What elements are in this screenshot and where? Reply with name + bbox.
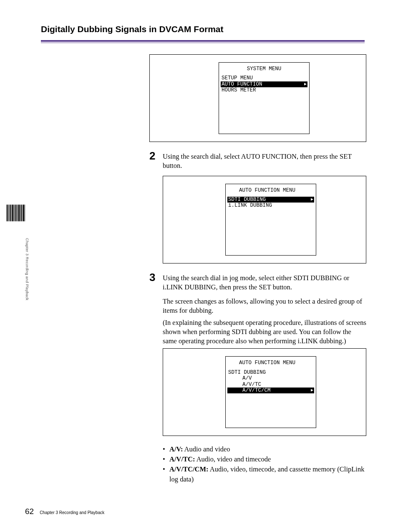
bullet-text: A/V/TC: Audio, video and timecode	[169, 454, 271, 464]
screen-frame-2: AUTO FUNCTION MENU SDTI DUBBING ▶ i.LINK…	[163, 176, 366, 263]
step-3: 3 Using the search dial in jog mode, sel…	[149, 272, 366, 292]
main-content: SYSTEM MENU SETUP MENU AUTO FUNCTION ▶ H…	[149, 54, 366, 484]
menu-title: AUTO FUNCTION MENU	[227, 187, 314, 193]
menu-item: SETUP MENU	[221, 75, 307, 81]
bullet-item: • A/V: Audio and video	[163, 444, 366, 454]
menu-item-label: SDTI DUBBING	[228, 197, 266, 203]
auto-function-menu-screen: AUTO FUNCTION MENU SDTI DUBBING ▶ i.LINK…	[225, 184, 316, 256]
bullet-text: A/V/TC/CM: Audio, video, timecode, and c…	[169, 464, 366, 484]
step-number: 3	[149, 272, 157, 283]
side-chapter-label: Chapter 3 Recording and Playback	[25, 238, 29, 300]
arrow-right-icon: ▶	[304, 82, 307, 87]
step-text: Using the search dial in jog mode, selec…	[163, 272, 366, 292]
bullet-item: • A/V/TC/CM: Audio, video, timecode, and…	[163, 464, 366, 484]
bullet-dot-icon: •	[163, 454, 167, 464]
menu-item: i.LINK DUBBING	[227, 203, 314, 208]
page-number: 62	[25, 507, 34, 516]
menu-title: SYSTEM MENU	[221, 66, 307, 72]
menu-item-selected: A/V/TC/CM ▶	[227, 388, 314, 393]
page-header: Digitally Dubbing Signals in DVCAM Forma…	[41, 24, 365, 43]
menu-item-label: AUTO FUNCTION	[222, 81, 262, 87]
menu-item-label: A/V/TC/CM	[242, 388, 271, 393]
paragraph: The screen changes as follows, allowing …	[163, 297, 366, 316]
menu-item: A/V	[227, 375, 314, 381]
arrow-right-icon: ▶	[311, 197, 313, 202]
step-number: 2	[149, 150, 157, 161]
section-title: Digitally Dubbing Signals in DVCAM Forma…	[41, 24, 365, 38]
rule-thick	[41, 40, 365, 42]
sdti-dubbing-screen: AUTO FUNCTION MENU SDTI DUBBING A/V A/V/…	[225, 356, 316, 428]
bullet-dot-icon: •	[163, 444, 167, 454]
bullet-text: A/V: Audio and video	[169, 444, 230, 454]
menu-item: A/V/TC	[227, 382, 314, 388]
side-barcode	[6, 205, 25, 221]
menu-item: HOURS METER	[221, 87, 307, 93]
menu-title: AUTO FUNCTION MENU	[227, 360, 314, 366]
step-2: 2 Using the search dial, select AUTO FUN…	[149, 150, 366, 171]
step-text: Using the search dial, select AUTO FUNCT…	[163, 150, 366, 171]
bullet-dot-icon: •	[163, 464, 167, 484]
screen-frame-1: SYSTEM MENU SETUP MENU AUTO FUNCTION ▶ H…	[149, 54, 366, 142]
menu-item-selected: SDTI DUBBING ▶	[227, 197, 314, 203]
rule-thin	[41, 43, 365, 43]
footer-chapter: Chapter 3 Recording and Playback	[40, 510, 104, 515]
page-footer: 62 Chapter 3 Recording and Playback	[25, 507, 104, 516]
menu-item-selected: AUTO FUNCTION ▶	[221, 81, 307, 87]
arrow-right-icon: ▶	[311, 388, 313, 393]
screen-frame-3: AUTO FUNCTION MENU SDTI DUBBING A/V A/V/…	[163, 348, 366, 436]
system-menu-screen: SYSTEM MENU SETUP MENU AUTO FUNCTION ▶ H…	[219, 62, 310, 134]
paragraph: (In explaining the subsequent operating …	[163, 318, 366, 346]
menu-subhead: SDTI DUBBING	[227, 370, 314, 375]
bullet-list: • A/V: Audio and video • A/V/TC: Audio, …	[163, 444, 366, 484]
bullet-item: • A/V/TC: Audio, video and timecode	[163, 454, 366, 464]
